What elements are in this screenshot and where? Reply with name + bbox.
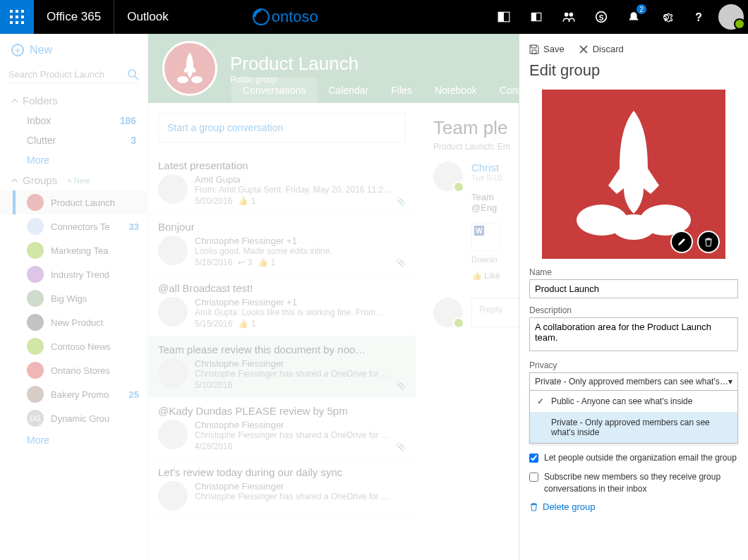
sidebar-group-item[interactable]: Product Launch	[0, 190, 147, 214]
svg-rect-11	[498, 12, 504, 22]
svg-rect-5	[21, 16, 24, 18]
sidebar-group-item[interactable]: Marketing Tea	[0, 238, 147, 262]
delete-group-link[interactable]: Delete group	[529, 501, 738, 512]
external-email-checkbox[interactable]: Let people outside the organization emai…	[529, 452, 738, 464]
folders-section[interactable]: Folders	[0, 90, 147, 111]
plus-icon: +	[11, 44, 24, 56]
svg-rect-13	[531, 13, 536, 20]
svg-rect-6	[10, 21, 13, 24]
chevron-down-icon: ▾	[728, 377, 732, 386]
compose-box[interactable]: Start a group conversation	[158, 113, 406, 142]
trash-icon	[529, 502, 538, 511]
search-box[interactable]	[8, 66, 139, 83]
privacy-label: Privacy	[529, 360, 738, 370]
user-avatar-small	[433, 298, 463, 327]
message-item[interactable]: Latest presentation Amit Gupta From: Ami…	[148, 152, 416, 214]
onedrive-icon[interactable]	[521, 0, 552, 34]
discard-button[interactable]: Discard	[579, 44, 624, 54]
svg-point-22	[191, 76, 203, 83]
svg-point-28	[613, 214, 655, 240]
delete-image-button[interactable]	[697, 231, 720, 253]
subscribe-members-checkbox[interactable]: Subscribe new members so they receive gr…	[529, 471, 738, 495]
new-group-link[interactable]: + New	[67, 176, 90, 185]
topbar: Office 365 Outlook ontoso S 2 ?	[0, 0, 748, 34]
trash-icon	[704, 237, 713, 247]
chevron-up-icon	[11, 97, 18, 104]
name-label: Name	[529, 267, 738, 277]
group-tab[interactable]: Files	[380, 78, 423, 103]
attachment[interactable]: W Downlo	[471, 223, 518, 264]
search-icon	[128, 69, 139, 80]
user-avatar[interactable]	[718, 4, 744, 30]
message-item[interactable]: Team please review this document by noo……	[148, 336, 416, 398]
skype-icon[interactable]: S	[586, 0, 617, 34]
message-item[interactable]: @all Broadcast test! Christophe Fiessing…	[148, 275, 416, 336]
folder-item[interactable]: Clutter3	[0, 130, 147, 150]
privacy-option-private[interactable]: Private - Only approved members can see …	[530, 412, 737, 443]
name-field[interactable]	[529, 279, 738, 298]
message-list: Start a group conversation Latest presen…	[148, 103, 416, 560]
svg-point-14	[565, 13, 569, 17]
privacy-dropdown: Public - Anyone can see what's inside Pr…	[529, 391, 738, 444]
outlook-icon[interactable]	[488, 0, 519, 34]
svg-rect-0	[10, 10, 13, 13]
privacy-option-public[interactable]: Public - Anyone can see what's inside	[530, 391, 737, 412]
panel-title: Edit group	[529, 61, 738, 80]
groups-section[interactable]: Groups + New	[0, 170, 147, 190]
folder-item[interactable]: Inbox186	[0, 111, 147, 130]
message-item[interactable]: Bonjour Christophe Fiessinger +1 Looks g…	[148, 214, 416, 275]
search-input[interactable]	[8, 66, 128, 83]
svg-rect-4	[16, 16, 18, 18]
svg-line-20	[135, 76, 138, 80]
description-label: Description	[529, 305, 738, 315]
sidebar-group-item[interactable]: Ontario Stores	[0, 358, 147, 382]
app-name[interactable]: Outlook	[114, 10, 181, 24]
group-tab[interactable]: Notebook	[423, 78, 488, 103]
new-button[interactable]: + New	[0, 34, 147, 66]
edit-image-button[interactable]	[670, 231, 693, 253]
group-title: Product Launch	[230, 53, 358, 75]
sidebar-group-item[interactable]: Bakery Promo25	[0, 382, 147, 406]
save-icon	[529, 44, 539, 54]
svg-rect-8	[21, 21, 24, 24]
svg-rect-1	[16, 10, 18, 13]
svg-rect-7	[16, 21, 18, 24]
description-field[interactable]	[529, 317, 738, 351]
notification-badge: 2	[637, 4, 646, 14]
svg-point-19	[128, 70, 135, 77]
group-avatar	[162, 41, 217, 96]
message-item[interactable]: Let's review today during our daily sync…	[148, 459, 416, 518]
pencil-icon	[677, 237, 687, 247]
save-button[interactable]: Save	[529, 44, 565, 54]
sidebar-group-item[interactable]: New Product	[0, 310, 147, 334]
settings-icon[interactable]	[651, 0, 682, 34]
svg-rect-2	[21, 10, 24, 13]
group-tab[interactable]: Conversations	[231, 78, 318, 103]
sidebar-group-item[interactable]: Big Wigs	[0, 286, 147, 310]
privacy-select[interactable]: Private - Only approved members can see …	[529, 372, 738, 391]
tenant-logo: ontoso	[252, 8, 318, 26]
svg-text:S: S	[599, 14, 604, 22]
sidebar-group-item[interactable]: Contoso News	[0, 334, 147, 358]
sidebar-group-item[interactable]: DGDynamic Grou	[0, 406, 147, 430]
sender-avatar	[433, 162, 463, 191]
close-icon	[579, 44, 589, 54]
svg-point-21	[177, 76, 188, 83]
edit-group-panel: Save Discard Edit group Name Description…	[519, 34, 748, 560]
message-date: Tue 5/10	[471, 174, 502, 182]
suite-name[interactable]: Office 365	[34, 0, 114, 34]
sidebar-group-item[interactable]: Industry Trend	[0, 262, 147, 286]
help-icon[interactable]: ?	[683, 0, 714, 34]
message-sender: Christ	[471, 162, 502, 174]
group-tab[interactable]: Calendar	[318, 78, 380, 103]
message-item[interactable]: @Kady Dundas PLEASE review by 5pm Christ…	[148, 398, 416, 459]
chevron-up-icon	[11, 177, 18, 184]
notifications-icon[interactable]: 2	[618, 0, 649, 34]
svg-text:W: W	[476, 227, 483, 235]
app-launcher-button[interactable]	[0, 0, 34, 34]
svg-point-15	[569, 13, 574, 17]
people-icon[interactable]	[553, 0, 584, 34]
folders-more[interactable]: More	[0, 150, 147, 170]
sidebar-group-item[interactable]: Connectors Te33	[0, 214, 147, 238]
groups-more[interactable]: More	[0, 430, 147, 450]
